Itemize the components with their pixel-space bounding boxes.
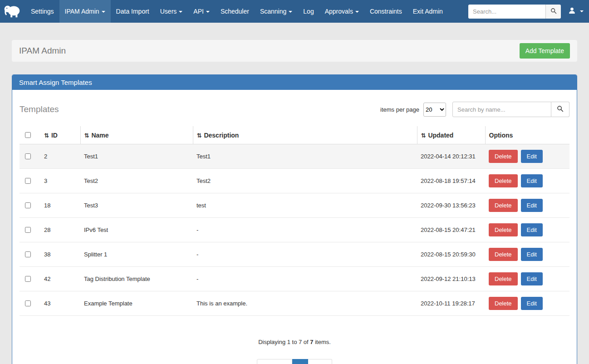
top-navbar: SettingsIPAM AdminData ImportUsersAPISch… (0, 0, 589, 23)
add-template-button[interactable]: Add Template (520, 43, 570, 59)
chevron-down-icon (206, 11, 210, 13)
next-page-button[interactable]: Next (308, 359, 333, 364)
pagination: Previous 1 Next (20, 359, 569, 364)
summary-prefix: Displaying 1 to 7 of (258, 339, 310, 345)
row-checkbox[interactable] (25, 227, 31, 233)
column-header-updated[interactable]: ⇅Updated (417, 126, 485, 144)
results-summary: Displaying 1 to 7 of 7 items. (20, 339, 569, 345)
row-checkbox[interactable] (25, 276, 31, 282)
table-row: 38Splitter 1-2022-08-15 20:59:30DeleteEd… (20, 242, 569, 267)
smart-assign-templates-panel: Smart Assign Templates Templates items p… (12, 74, 577, 364)
column-header-label: Name (91, 132, 108, 139)
items-per-page-select[interactable]: 20 (423, 103, 446, 117)
nav-item-scanning[interactable]: Scanning (255, 0, 298, 23)
row-select-cell (20, 218, 40, 242)
previous-page-button[interactable]: Previous (257, 359, 293, 364)
row-checkbox[interactable] (25, 251, 31, 257)
elephant-logo-icon (4, 3, 22, 20)
nav-item-api[interactable]: API (188, 0, 215, 23)
global-search-input[interactable] (468, 5, 545, 19)
cell-name: Test2 (80, 169, 193, 193)
table-header-row: ⇅ID⇅Name⇅Description⇅UpdatedOptions (20, 126, 569, 144)
edit-button[interactable]: Edit (521, 199, 543, 212)
user-menu[interactable] (568, 7, 584, 16)
row-select-cell (20, 242, 40, 267)
nav-item-exit-admin[interactable]: Exit Admin (407, 0, 448, 23)
chevron-down-icon (179, 11, 182, 13)
sort-icon: ⇅ (44, 132, 49, 139)
cell-updated: 2022-08-18 19:57:14 (417, 169, 485, 193)
page-title: IPAM Admin (19, 46, 66, 56)
nav-item-label: Users (160, 8, 177, 15)
cell-description: - (193, 267, 417, 291)
column-header-options: Options (485, 126, 569, 144)
search-icon (550, 8, 557, 15)
delete-button[interactable]: Delete (489, 223, 518, 236)
search-by-name-input[interactable] (452, 102, 551, 117)
app-logo[interactable] (0, 0, 25, 23)
edit-button[interactable]: Edit (521, 272, 543, 285)
cell-description: Test1 (193, 144, 417, 169)
row-checkbox[interactable] (25, 178, 31, 184)
nav-item-ipam-admin[interactable]: IPAM Admin (59, 0, 111, 23)
navbar-right (468, 5, 589, 19)
nav-item-label: Approvals (325, 8, 353, 15)
nav-item-approvals[interactable]: Approvals (319, 0, 364, 23)
column-header-id[interactable]: ⇅ID (40, 126, 80, 144)
edit-button[interactable]: Edit (521, 174, 543, 187)
summary-total: 7 (310, 339, 313, 345)
global-search-button[interactable] (545, 5, 561, 19)
cell-name: Test1 (80, 144, 193, 169)
page-content: IPAM Admin Add Template Smart Assign Tem… (0, 40, 589, 364)
panel-title: Smart Assign Templates (12, 75, 577, 90)
row-checkbox[interactable] (25, 153, 31, 159)
user-icon (568, 7, 576, 16)
edit-button[interactable]: Edit (521, 223, 543, 236)
row-select-cell (20, 169, 40, 193)
delete-button[interactable]: Delete (489, 174, 518, 187)
cell-options: DeleteEdit (485, 242, 569, 267)
chevron-down-icon (580, 10, 584, 12)
edit-button[interactable]: Edit (521, 297, 543, 310)
delete-button[interactable]: Delete (489, 248, 518, 261)
cell-options: DeleteEdit (485, 218, 569, 242)
nav-item-label: IPAM Admin (65, 8, 99, 15)
row-select-cell (20, 291, 40, 316)
edit-button[interactable]: Edit (521, 150, 543, 163)
delete-button[interactable]: Delete (489, 150, 518, 163)
page-number-button[interactable]: 1 (292, 359, 308, 364)
nav-item-data-import[interactable]: Data Import (111, 0, 155, 23)
cell-name: Test3 (80, 193, 193, 218)
cell-id: 3 (40, 169, 80, 193)
name-search-button[interactable] (551, 102, 569, 117)
edit-button[interactable]: Edit (521, 248, 543, 261)
nav-item-label: Settings (31, 8, 54, 15)
column-header-label: Description (204, 132, 239, 139)
column-header-name[interactable]: ⇅Name (80, 126, 193, 144)
table-row: 43Example TemplateThis is an example.202… (20, 291, 569, 316)
cell-options: DeleteEdit (485, 291, 569, 316)
items-per-page-label: items per page (380, 106, 419, 113)
row-checkbox[interactable] (25, 300, 31, 306)
nav-item-log[interactable]: Log (298, 0, 319, 23)
cell-id: 43 (40, 291, 80, 316)
column-header-description[interactable]: ⇅Description (193, 126, 417, 144)
cell-updated: 2022-09-12 21:10:13 (417, 267, 485, 291)
nav-item-constraints[interactable]: Constraints (364, 0, 407, 23)
nav-item-settings[interactable]: Settings (25, 0, 59, 23)
sort-icon: ⇅ (421, 132, 426, 139)
nav-menu: SettingsIPAM AdminData ImportUsersAPISch… (25, 0, 448, 23)
row-checkbox[interactable] (25, 202, 31, 208)
delete-button[interactable]: Delete (489, 297, 518, 310)
nav-item-scheduler[interactable]: Scheduler (215, 0, 255, 23)
delete-button[interactable]: Delete (489, 199, 518, 212)
nav-item-users[interactable]: Users (155, 0, 188, 23)
select-all-checkbox[interactable] (25, 132, 31, 138)
cell-updated: 2022-10-11 19:28:17 (417, 291, 485, 316)
toolbar-controls: items per page 20 (380, 102, 569, 117)
delete-button[interactable]: Delete (489, 272, 518, 285)
column-header-label: Updated (428, 132, 453, 139)
cell-description: - (193, 242, 417, 267)
row-select-cell (20, 144, 40, 169)
cell-options: DeleteEdit (485, 144, 569, 169)
